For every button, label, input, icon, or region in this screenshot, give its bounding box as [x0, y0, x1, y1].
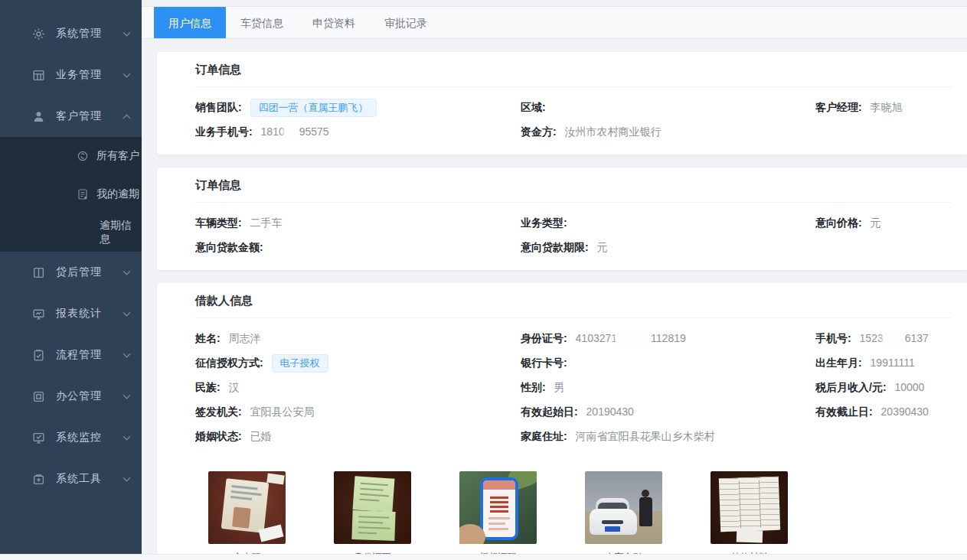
- chevron-up-icon: [123, 114, 131, 122]
- field-issuing-authority: 签发机关: 宜阳县公安局: [195, 399, 521, 424]
- field-funder: 资金方: 汝州市农村商业银行: [521, 119, 815, 144]
- field-empty: [815, 235, 959, 259]
- photo-person-with-car[interactable]: 人车合影: [585, 471, 662, 560]
- order-info-card-2: 订单信息 车辆类型: 二手车 业务类型: 意向价格: 元 意向贷款金额: 意向贷…: [157, 168, 967, 270]
- sidebar-item-my-overdue[interactable]: 我的逾期: [0, 175, 142, 213]
- photo-auth-screen[interactable]: 授权证明: [459, 471, 537, 560]
- photo-id-card[interactable]: 个人照: [208, 471, 286, 560]
- sidebar-item-report-statistics[interactable]: 报表统计: [0, 293, 142, 334]
- user-icon: [32, 110, 45, 123]
- chevron-down-icon: [123, 268, 131, 275]
- monitor-check-icon: [32, 431, 45, 444]
- credit-auth-tag[interactable]: 电子授权: [272, 354, 328, 373]
- badge-icon: [77, 150, 89, 162]
- sidebar: 系统管理 业务管理 客户管理 所有客户: [0, 0, 142, 560]
- card-title: 订单信息: [195, 168, 952, 203]
- field-credit-auth: 征信授权方式: 电子授权: [195, 350, 521, 375]
- sidebar-item-label: 流程管理: [56, 348, 124, 362]
- sidebar-item-label: 系统管理: [56, 27, 124, 41]
- order-info-card-1: 订单信息 销售团队: 四团一营（直属王鹏飞） 区域: 客户经理: 李晓旭 业务手…: [157, 52, 967, 155]
- clipboard-check-icon: [32, 349, 45, 362]
- sidebar-item-system-management[interactable]: 系统管理: [0, 13, 142, 54]
- sidebar-item-label: 业务管理: [56, 68, 124, 82]
- order-info-fields: 车辆类型: 二手车 业务类型: 意向价格: 元 意向贷款金额: 意向贷款期限: …: [157, 203, 967, 270]
- chevron-down-icon: [123, 309, 131, 317]
- phone-qr-photo-thumbnail[interactable]: [459, 471, 537, 544]
- order-info-fields: 销售团队: 四团一营（直属王鹏飞） 区域: 客户经理: 李晓旭 业务手机号: 1…: [157, 87, 967, 155]
- field-business-type: 业务类型:: [521, 210, 815, 235]
- sidebar-item-office-management[interactable]: 办公管理: [0, 376, 142, 417]
- sales-team-tag[interactable]: 四团一营（直属王鹏飞）: [250, 99, 377, 117]
- field-intent-loan-amount: 意向贷款金额:: [195, 235, 521, 259]
- borrower-fields: 姓名: 周志洋 身份证号: 4103271112819 手机号: 1523613…: [157, 318, 967, 459]
- field-bank-card: 银行卡号:: [521, 350, 815, 375]
- field-sales-team: 销售团队: 四团一营（直属王鹏飞）: [195, 95, 521, 119]
- sidebar-item-system-tools[interactable]: 系统工具: [0, 458, 142, 500]
- booklet-photo-thumbnail[interactable]: [334, 471, 411, 544]
- id-card-photo-thumbnail[interactable]: [208, 471, 286, 544]
- field-name: 姓名: 周志洋: [195, 326, 521, 350]
- photo-household-booklet[interactable]: 身份证页: [334, 471, 411, 560]
- customer-submenu: 所有客户 我的逾期 逾期信息: [0, 137, 142, 252]
- sidebar-item-workflow-management[interactable]: 流程管理: [0, 334, 142, 376]
- chevron-down-icon: [123, 29, 131, 37]
- paper-photo-thumbnail[interactable]: [711, 471, 788, 544]
- chevron-down-icon: [123, 474, 131, 482]
- card-title: 订单信息: [195, 52, 952, 87]
- tab-approval-records[interactable]: 审批记录: [370, 7, 442, 38]
- card-title: 借款人信息: [195, 283, 952, 318]
- field-empty: [815, 119, 959, 144]
- field-valid-start: 有效起始日: 20190430: [521, 399, 815, 424]
- square-icon: [32, 390, 45, 403]
- redaction-mask: [618, 334, 650, 345]
- sidebar-item-customer-management[interactable]: 客户管理: [0, 96, 142, 137]
- field-gender: 性别: 男: [521, 375, 815, 399]
- sidebar-item-overdue-info[interactable]: 逾期信息: [0, 213, 142, 252]
- horizontal-scrollbar[interactable]: [0, 554, 967, 560]
- field-income: 税后月收入/元: 10000: [815, 375, 959, 399]
- tab-car-loan-info[interactable]: 车贷信息: [226, 7, 298, 38]
- tab-loan-application-docs[interactable]: 申贷资料: [298, 7, 370, 38]
- field-marital-status: 婚姻状态: 已婚: [195, 424, 521, 448]
- sidebar-item-label: 系统工具: [56, 472, 124, 486]
- redaction-mask: [884, 334, 904, 345]
- field-vehicle-type: 车辆类型: 二手车: [195, 210, 521, 235]
- book-icon: [32, 266, 45, 279]
- borrower-info-card: 借款人信息 姓名: 周志洋 身份证号: 4103271112819 手机号: 1…: [157, 283, 967, 560]
- monitor-icon: [32, 308, 45, 321]
- sidebar-item-label: 我的逾期: [96, 187, 139, 201]
- sidebar-item-business-management[interactable]: 业务管理: [0, 54, 142, 96]
- sidebar-item-label: 系统监控: [56, 431, 124, 444]
- chevron-down-icon: [123, 392, 131, 399]
- document-icon: [77, 188, 89, 200]
- toolbox-icon: [32, 473, 45, 486]
- photo-handwritten-form[interactable]: 其他材料: [711, 471, 788, 560]
- car-photo-thumbnail[interactable]: [585, 471, 662, 544]
- redaction-mask: [286, 127, 299, 138]
- field-home-address: 家庭住址: 河南省宜阳县花果山乡木柴村: [521, 424, 815, 448]
- main-content: 用户信息 车贷信息 申贷资料 审批记录 订单信息 销售团队: 四团一营（直属王鹏…: [142, 0, 967, 560]
- sidebar-item-post-loan-management[interactable]: 贷后管理: [0, 252, 142, 293]
- field-ethnicity: 民族: 汉: [195, 375, 521, 399]
- sidebar-item-system-monitor[interactable]: 系统监控: [0, 417, 142, 458]
- field-empty: [815, 424, 959, 448]
- sidebar-item-label: 贷后管理: [56, 265, 124, 279]
- gear-icon: [32, 28, 45, 41]
- sidebar-item-label: 逾期信息: [100, 219, 142, 246]
- chevron-down-icon: [123, 350, 131, 358]
- field-customer-manager: 客户经理: 李晓旭: [815, 95, 959, 119]
- field-intent-loan-term: 意向贷款期限: 元: [521, 235, 815, 259]
- field-region: 区域:: [521, 95, 815, 119]
- field-birth: 出生年月: 19911111: [815, 350, 959, 375]
- tab-user-info[interactable]: 用户信息: [154, 7, 226, 38]
- document-photos: 个人照 身份证页 授权证明: [157, 459, 967, 560]
- sidebar-item-label: 客户管理: [56, 109, 124, 123]
- top-strip: [142, 0, 967, 7]
- field-valid-end: 有效截止日: 20390430: [815, 399, 959, 424]
- field-mobile: 手机号: 15236137: [815, 326, 959, 350]
- field-id-number: 身份证号: 4103271112819: [521, 326, 815, 350]
- sidebar-item-label: 报表统计: [56, 307, 124, 321]
- field-intent-price: 意向价格: 元: [815, 210, 959, 235]
- sidebar-item-all-customers[interactable]: 所有客户: [0, 137, 142, 175]
- grid-icon: [32, 69, 45, 82]
